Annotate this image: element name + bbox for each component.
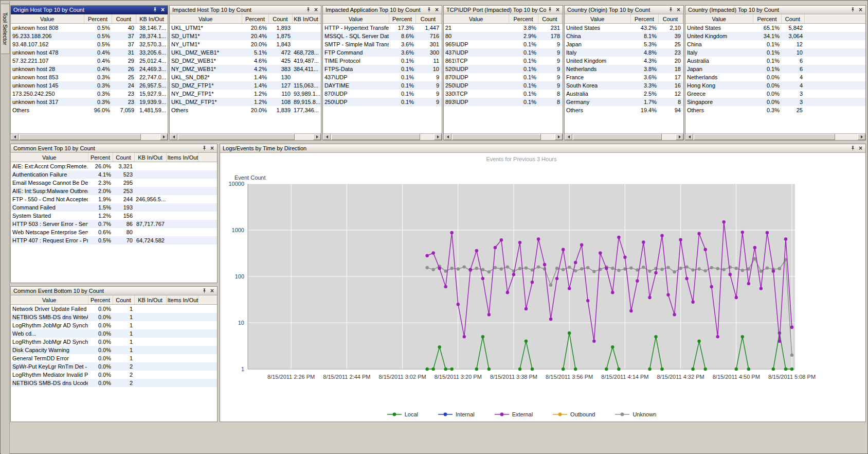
table-row[interactable]: 250\UDP0.1%9 [323,98,442,106]
scroll-left-button[interactable] [11,134,19,140]
panel-titlebar[interactable]: Country (Origin) Top 10 by Count × [565,6,683,14]
table-row[interactable]: 437\UDP0.1%9 [323,73,442,81]
table-row[interactable]: AIE: Int:Susp:Malware Outbreak2.0%253 [11,187,217,195]
table-row[interactable]: SD_DMZ_WEB1*4.6%425419,487... [170,57,321,65]
column-header-value[interactable]: Value [565,15,630,24]
table-row[interactable]: 330\TCP0.1%8 [444,90,563,98]
column-header-count[interactable]: Count [268,15,292,24]
pin-icon[interactable] [849,145,857,152]
column-header-percent[interactable]: Percent [88,153,113,162]
table-row[interactable]: unknown host 8530.3%2522,747.0... [11,73,168,81]
scrollbar-track[interactable] [177,134,313,140]
scrollbar-thumb[interactable] [694,134,835,140]
column-header-value[interactable]: Value [444,15,509,24]
table-row[interactable]: unknown host 4780.4%3133,205.6... [11,48,168,57]
column-header-kb-in-out[interactable]: KB In/Out [136,15,168,24]
table-row[interactable]: Command Failed1.5%193 [11,203,217,212]
scroll-right-button[interactable] [434,134,442,140]
table-row[interactable]: Others19.4%94 [565,106,683,114]
column-header-percent[interactable]: Percent [88,296,113,305]
table-row[interactable]: United Kingdom34.1%3,064 [685,32,865,40]
table-row[interactable]: 250\UDP0.1%9 [444,81,563,90]
table-row[interactable]: 870\UDP0.1%9 [444,73,563,81]
pin-icon[interactable] [304,6,312,14]
table-row[interactable]: 173.250.242.2500.3%2315,927.9... [11,90,168,98]
column-header-kb-in-out[interactable]: KB In/Out [134,296,166,305]
scrollbar-track[interactable] [331,134,434,140]
table-row[interactable]: UKL_UTM1*20.6%1,893 [170,24,321,32]
panel-titlebar[interactable]: Impacted Application Top 10 by Count × [323,6,442,14]
close-icon[interactable]: × [208,287,216,295]
table-row[interactable]: TIME Protocol0.1%11 [323,57,442,65]
panel-titlebar[interactable]: Origin Host Top 10 by Count × [11,6,168,14]
table-row[interactable]: SMTP - Simple Mail Transf...3.6%301 [323,40,442,48]
column-header-value[interactable]: Value [11,15,84,24]
close-icon[interactable]: × [312,6,320,14]
panel-titlebar[interactable]: Impacted Host Top 10 by Count × [170,6,321,14]
column-header-percent[interactable]: Percent [84,15,112,24]
close-icon[interactable]: × [675,6,682,14]
column-header-value[interactable]: Value [685,15,753,24]
table-row[interactable]: Authentication Failure4.1%523 [11,170,217,179]
column-header-count[interactable]: Count [113,296,134,305]
scroll-right-button[interactable] [313,134,321,140]
table-row[interactable]: Web Netscape Enterprise Serv...0.6%80 [11,228,217,236]
table-row[interactable]: NETBIOS SMB-DS dns WriteA...0.0%1 [11,313,217,321]
horizontal-scrollbar[interactable] [685,133,865,140]
column-header-value[interactable]: Value [11,296,88,305]
scrollbar-thumb[interactable] [331,134,420,140]
tool-selector-tab[interactable]: Tool Selector [1,4,10,54]
horizontal-scrollbar[interactable] [565,133,683,140]
scrollbar-thumb[interactable] [573,134,662,140]
column-header-value[interactable]: Value [170,15,242,24]
table-row[interactable]: NY_DMZ_FTP1*1.2%11093,989.1... [170,90,321,98]
scroll-right-button[interactable] [858,134,865,140]
table-row[interactable]: NY_DMZ_WEB1*4.2%383384,411... [170,65,321,73]
scrollbar-track[interactable] [451,134,555,140]
column-header-percent[interactable]: Percent [753,15,781,24]
table-row[interactable]: Network Driver Update Failed0.0%1 [11,305,217,313]
table-row[interactable]: UKL_SN_DB2*1.4%130 [170,73,321,81]
table-row[interactable]: NY_UTM1*20.0%1,843 [170,40,321,48]
column-header-count[interactable]: Count [781,15,804,24]
table-row[interactable]: 213.8%231 [444,24,563,32]
table-row[interactable]: Greece0.0%3 [685,90,865,98]
table-row[interactable]: China0.1%12 [685,40,865,48]
table-row[interactable]: AIE: Ext:Accnt Comp:Remote...26.0%3,321 [11,162,217,170]
table-row[interactable]: Others0.3%25 [685,106,865,114]
table-row[interactable]: SD_DMZ_FTP1*1.4%127115,063... [170,81,321,90]
table-row[interactable]: Web cd...0.0%1 [11,329,217,338]
column-header-items-in-out[interactable]: Items In/Out [166,153,198,162]
table-row[interactable]: 57.32.221.1070.4%2925,012.4... [11,57,168,65]
table-row[interactable]: LogRhythm JobMgr AD Synch...0.0%1 [11,338,217,346]
table-row[interactable]: Email Message Cannot Be Del...2.3%295 [11,179,217,187]
scroll-left-button[interactable] [323,134,331,140]
pin-icon[interactable] [425,6,433,14]
table-row[interactable]: United Kingdom4.3%20 [565,57,683,65]
table-row[interactable]: UKL_DMZ_FTP1*1.2%10889,915.8... [170,98,321,106]
column-header-percent[interactable]: Percent [509,15,538,24]
table-row[interactable]: Japan0.1%6 [685,65,865,73]
table-row[interactable]: DAYTIME0.1%9 [323,81,442,90]
table-row[interactable]: Singapore0.0%3 [685,98,865,106]
table-row[interactable]: Hong Kong0.0%4 [685,81,865,90]
table-row[interactable]: United States43.2%2,10 [565,24,683,32]
table-row[interactable]: 437\UDP0.1%9 [444,48,563,57]
table-row[interactable]: Australia2.5%12 [565,90,683,98]
pin-icon[interactable] [201,145,208,152]
table-row[interactable]: Disk Capacity Warning0.0%1 [11,346,217,354]
close-icon[interactable]: × [433,6,441,14]
table-row[interactable]: South Korea3.3%16 [565,81,683,90]
table-row[interactable]: Netherlands3.8%18 [565,65,683,73]
panel-titlebar[interactable]: Country (Impacted) Top 10 by Count × [685,6,865,14]
table-row[interactable]: unknown host 8080.5%4038,146.7... [11,24,168,32]
panel-titlebar[interactable]: Logs/Events by Time by Direction × [220,144,865,153]
table-row[interactable]: Australia0.1%6 [685,57,865,65]
table-row[interactable]: unknown host 1450.3%2426,957.5... [11,81,168,90]
scrollbar-track[interactable] [693,134,858,140]
close-icon[interactable]: × [857,145,864,152]
table-row[interactable]: unknown host 280.4%2624,469.3... [11,65,168,73]
table-row[interactable]: Netherlands0.0%4 [685,73,865,81]
column-header-kb-in-out[interactable]: KB In/Out [292,15,320,24]
horizontal-scrollbar[interactable] [444,133,563,140]
